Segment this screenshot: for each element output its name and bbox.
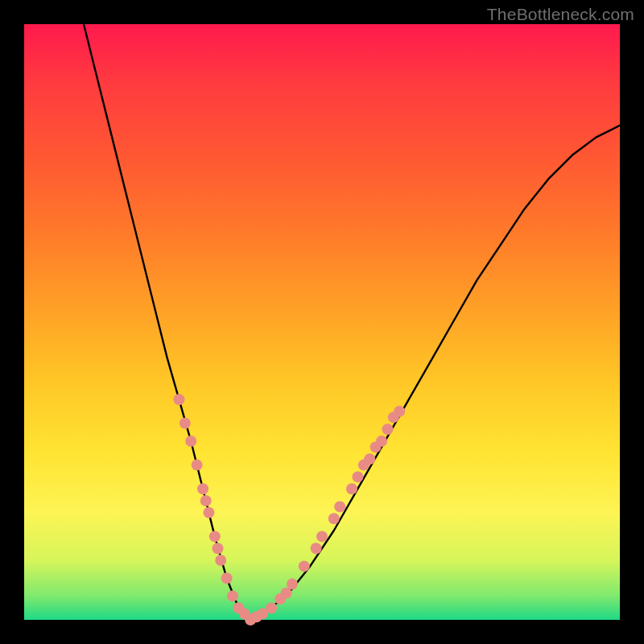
bottleneck-curve bbox=[84, 24, 620, 620]
marker-dot bbox=[213, 543, 224, 554]
marker-dot bbox=[376, 436, 387, 447]
marker-dot bbox=[334, 501, 345, 512]
marker-dot bbox=[316, 530, 328, 542]
marker-dot bbox=[227, 590, 238, 601]
marker-dot bbox=[311, 543, 322, 554]
marker-dot bbox=[328, 513, 340, 524]
marker-dot bbox=[180, 418, 191, 429]
marker-dot bbox=[352, 471, 363, 482]
plot-area bbox=[24, 24, 620, 620]
marker-dot bbox=[382, 423, 393, 435]
marker-dot bbox=[221, 572, 233, 584]
marker-dot bbox=[203, 507, 214, 518]
chart-container: TheBottleneck.com bbox=[0, 0, 644, 644]
marker-dot bbox=[266, 602, 277, 613]
chart-svg bbox=[24, 24, 620, 620]
marker-dot bbox=[299, 560, 310, 572]
marker-dot bbox=[197, 483, 208, 494]
marker-dot bbox=[185, 436, 196, 447]
marker-dot bbox=[215, 555, 226, 566]
marker-dot bbox=[346, 483, 357, 494]
watermark-text: TheBottleneck.com bbox=[487, 5, 634, 24]
marker-dot bbox=[200, 495, 212, 506]
marker-dot bbox=[173, 394, 184, 405]
marker-dot bbox=[364, 453, 375, 464]
marker-dot bbox=[192, 460, 203, 471]
marker-dot bbox=[209, 530, 221, 542]
highlight-dots bbox=[173, 394, 405, 625]
marker-dot bbox=[287, 579, 298, 590]
marker-dot bbox=[394, 406, 405, 417]
